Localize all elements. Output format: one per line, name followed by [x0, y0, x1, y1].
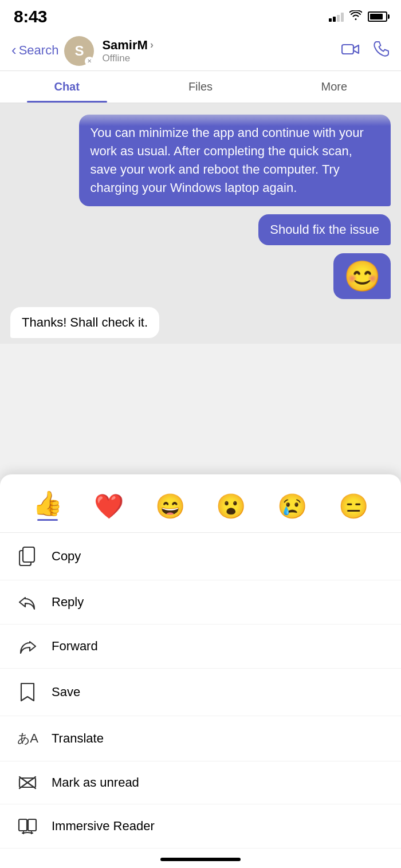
context-panel: 👍 ❤️ 😄 😮 😢 😑 Copy — [0, 474, 401, 868]
thumbsup-emoji: 👍 — [33, 492, 62, 516]
translate-icon: あA — [17, 730, 38, 747]
tab-more[interactable]: More — [268, 71, 401, 103]
home-bar — [160, 858, 241, 861]
surprised-emoji: 😮 — [216, 494, 246, 519]
expressionless-emoji: 😑 — [339, 494, 368, 519]
status-time: 8:43 — [14, 7, 47, 26]
immersive-reader-icon — [17, 818, 38, 834]
signal-icon — [329, 11, 344, 22]
chat-area: You can minimize the app and continue wi… — [0, 103, 401, 344]
avatar: S — [64, 36, 94, 66]
grin-emoji: 😄 — [155, 494, 185, 519]
menu-mark-unread[interactable]: Mark as unread — [0, 761, 401, 804]
phone-call-icon[interactable] — [374, 41, 390, 61]
tab-chat[interactable]: Chat — [0, 71, 133, 103]
menu-forward[interactable]: Forward — [0, 625, 401, 669]
status-bar: 8:43 — [0, 0, 401, 31]
mark-unread-icon — [17, 776, 38, 790]
menu-reply[interactable]: Reply — [0, 580, 401, 625]
offline-badge — [85, 57, 94, 66]
copy-label: Copy — [52, 549, 81, 564]
message-bubble-in: Thanks! Shall check it. — [10, 307, 159, 338]
contact-status: Offline — [102, 53, 153, 64]
copy-icon — [17, 547, 38, 566]
back-chevron-icon: ‹ — [11, 41, 17, 59]
reaction-heart[interactable]: ❤️ — [94, 494, 124, 519]
search-label: Search — [19, 43, 59, 58]
reaction-surprised[interactable]: 😮 — [216, 494, 246, 519]
svg-rect-2 — [23, 547, 34, 562]
save-label: Save — [52, 685, 80, 700]
video-call-icon[interactable] — [341, 42, 360, 60]
reply-icon — [17, 594, 38, 610]
svg-rect-0 — [342, 45, 353, 54]
reaction-expressionless[interactable]: 😑 — [339, 494, 368, 519]
tabs-bar: Chat Files More — [0, 71, 401, 103]
nav-bar: ‹ Search S SamirM › Offline — [0, 31, 401, 71]
forward-icon — [17, 638, 38, 654]
message-bubble-out-2: Should fix the issue — [258, 214, 391, 245]
immersive-reader-label: Immersive Reader — [52, 819, 155, 834]
forward-label: Forward — [52, 639, 98, 654]
menu-save[interactable]: Save — [0, 669, 401, 716]
tab-files[interactable]: Files — [133, 71, 267, 103]
message-bubble-out-1: You can minimize the app and continue wi… — [79, 115, 391, 206]
message-emoji: 😊 — [333, 253, 391, 299]
menu-copy[interactable]: Copy — [0, 533, 401, 580]
menu-translate[interactable]: あA Translate — [0, 716, 401, 761]
contact-name: SamirM › — [102, 38, 153, 53]
translate-label: Translate — [52, 731, 104, 746]
contact-info[interactable]: S SamirM › Offline — [64, 36, 341, 66]
sad-emoji: 😢 — [277, 494, 307, 519]
reaction-sad[interactable]: 😢 — [277, 494, 307, 519]
reply-label: Reply — [52, 595, 84, 610]
reaction-thumbsup[interactable]: 👍 — [33, 492, 62, 521]
contact-name-wrap: SamirM › Offline — [102, 38, 153, 64]
status-icons — [329, 10, 387, 23]
back-search-button[interactable]: ‹ Search — [11, 41, 58, 60]
contact-chevron-icon: › — [150, 39, 154, 51]
nav-actions — [341, 41, 390, 61]
reaction-grin[interactable]: 😄 — [155, 494, 185, 519]
svg-rect-3 — [19, 819, 27, 831]
emoji-reactions-row: 👍 ❤️ 😄 😮 😢 😑 — [0, 486, 401, 533]
menu-immersive-reader[interactable]: Immersive Reader — [0, 804, 401, 849]
save-icon — [17, 682, 38, 702]
svg-rect-4 — [28, 819, 36, 831]
wifi-icon — [349, 10, 362, 23]
home-indicator — [0, 849, 401, 868]
battery-icon — [368, 11, 387, 22]
selected-indicator — [37, 519, 58, 521]
heart-emoji: ❤️ — [94, 494, 124, 519]
mark-unread-label: Mark as unread — [52, 775, 139, 790]
